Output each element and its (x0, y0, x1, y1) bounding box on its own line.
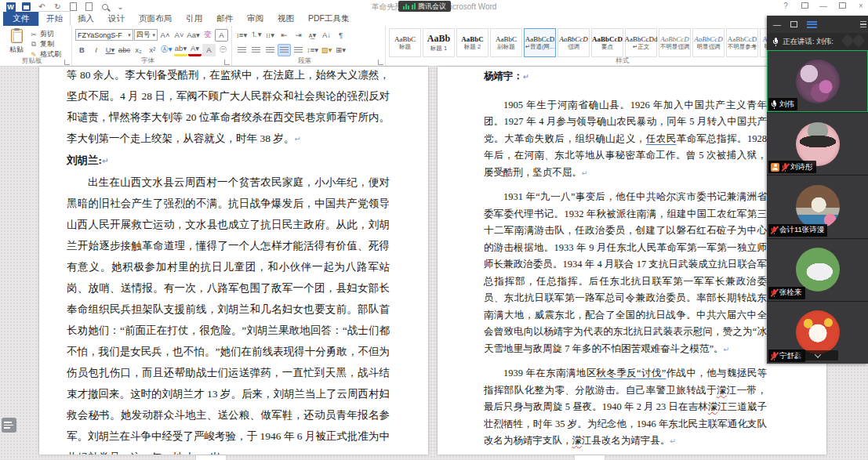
clipboard-group: 粘贴 ✂剪切 ⧉复制 ✎格式刷 剪贴板 (0, 26, 72, 66)
style-item-标题[interactable]: AaBbC标题 (389, 28, 421, 57)
decrease-indent-button[interactable]: ⇤ (278, 29, 291, 42)
tab-引用[interactable]: 引用 (179, 12, 209, 26)
help-button[interactable]: ? (780, 2, 791, 10)
font-size-combo[interactable]: 四号▾ (134, 29, 158, 41)
enclose-characters-button[interactable]: ㊀ (216, 44, 230, 56)
style-preview: AaBbC (394, 35, 416, 43)
tab-页面布局[interactable]: 页面布局 (132, 12, 179, 26)
align-center-button[interactable] (249, 44, 263, 56)
ribbon-display-options-icon (801, 2, 808, 9)
paragraph-dialog-launcher[interactable] (378, 60, 383, 65)
word-logo-button[interactable]: W (5, 2, 16, 12)
tencent-meeting-floating-badge[interactable]: 腾讯会议 (398, 1, 451, 12)
speaker-icon (412, 3, 416, 9)
highlight-button[interactable]: ab▾ (174, 44, 187, 56)
show-marks-button[interactable]: ¶ (334, 29, 347, 42)
shrink-font-button[interactable]: A˅ (173, 29, 186, 42)
style-label: ↵普通(网... (525, 43, 555, 51)
character-border-button[interactable]: A (215, 29, 228, 42)
tab-视图[interactable]: 视图 (271, 12, 301, 26)
underline-button[interactable]: U▾ (104, 44, 117, 56)
tab-插入[interactable]: 插入 (71, 12, 101, 26)
participant-tile-刘诗彤[interactable]: 刘诗彤 (767, 113, 868, 175)
style-item-正文[interactable]: AaBbCcDd↵正文 (625, 28, 657, 57)
participant-tile-张栓来[interactable]: 张栓来 (767, 239, 868, 301)
align-right-button[interactable] (263, 44, 277, 56)
style-item-要点[interactable]: AaBbCcD要点 (591, 28, 623, 57)
tab-文件[interactable]: 文件 (3, 12, 38, 26)
style-item-副标题[interactable]: AaBbC副标题 (490, 28, 522, 57)
style-preview: AaBbC (461, 35, 484, 43)
superscript-button[interactable]: x² (146, 44, 159, 56)
paste-label: 粘贴 (9, 45, 24, 55)
text-effects-button[interactable]: Ⓐ▾ (160, 44, 173, 56)
ribbon: 粘贴 ✂剪切 ⧉复制 ✎格式刷 剪贴板 FZYaSongS-F▾ 四号▾ A˄ … (0, 26, 868, 67)
shading-button[interactable]: ▨▾ (320, 44, 333, 56)
style-item-明显强调[interactable]: AaBbCcD明显强调 (692, 28, 725, 57)
phonetic-guide-button[interactable]: 变 (201, 29, 214, 42)
participant-tile-宁舒蕊[interactable]: 宁舒蕊 (767, 302, 868, 364)
style-item-标题1[interactable]: AaBb标题 1 (423, 28, 455, 57)
restore-button[interactable] (837, 2, 848, 10)
meeting-restore-button[interactable] (790, 21, 797, 27)
sort-button[interactable]: A↓ (320, 29, 333, 42)
participant-tile-刘伟[interactable]: 刘伟 (767, 50, 868, 112)
font-color-button[interactable]: A▾ (188, 44, 202, 56)
tab-邮件[interactable]: 邮件 (209, 12, 240, 26)
participant-nameplate: 张栓来 (768, 287, 805, 299)
save-button[interactable] (20, 2, 32, 12)
align-left-button[interactable] (235, 44, 249, 56)
new-document-button[interactable] (83, 2, 95, 12)
line-spacing-button[interactable]: ↕≡▾ (306, 44, 319, 56)
borders-button[interactable]: ⊞▾ (334, 44, 347, 56)
italic-button[interactable]: I (89, 44, 103, 56)
customize-qat-button[interactable]: ⌄ (114, 2, 126, 12)
tab-开始[interactable]: 开始 (38, 11, 71, 26)
grow-font-button[interactable]: A˄ (158, 29, 172, 42)
font-name-combo[interactable]: FZYaSongS-F▾ (75, 29, 133, 41)
find-button[interactable] (99, 2, 111, 12)
muted-mic-icon (771, 288, 777, 297)
style-item-强调[interactable]: AaBbCcD强调 (557, 28, 590, 57)
speaking-mic-icon (772, 38, 779, 46)
paste-button[interactable]: 粘贴 (3, 27, 30, 57)
meeting-gallery-view-button[interactable] (807, 21, 817, 28)
document-page-1[interactable]: 等 80 余人。李大钊备受酷刑，在监狱中，在法庭上，始终大义凛然，坚贞不屈。4 … (39, 67, 428, 455)
bold-button[interactable]: B (75, 44, 89, 56)
ribbon-display-options-button[interactable] (799, 2, 810, 10)
subscript-button[interactable]: x₂ (132, 44, 145, 56)
style-item-不明显参考[interactable]: AaBbCcD不明显参考 (726, 28, 758, 57)
minimize-button[interactable]: — (818, 2, 829, 10)
copy-button[interactable]: ⧉复制 (30, 39, 61, 49)
distribute-button[interactable] (292, 44, 305, 56)
collapse-tiles-button[interactable] (797, 350, 838, 360)
clipboard-dialog-launcher[interactable] (64, 60, 70, 65)
asian-layout-button[interactable]: ᴀ̲▾ (306, 29, 319, 42)
doc-paragraph: 出生在山西文水县云周西村一个贫苦农民家庭，小小年纪，便对黑暗的旧社会产生了强烈的… (67, 172, 390, 455)
close-button[interactable]: × (855, 2, 866, 10)
meeting-minimize-button[interactable]: — (773, 20, 781, 29)
justify-button[interactable] (278, 44, 291, 56)
style-item-不明显强调[interactable]: AaBbCcD不明显强调 (659, 28, 691, 57)
cut-button[interactable]: ✂剪切 (30, 29, 61, 39)
tab-审阅[interactable]: 审阅 (240, 12, 271, 26)
multilevel-list-button[interactable]: ⁝⁝▾ (263, 29, 277, 42)
font-dialog-launcher[interactable] (224, 60, 230, 65)
style-item-普通(网[interactable]: AaBbCcD↵普通(网... (524, 28, 556, 57)
character-shading-button[interactable]: A (202, 44, 216, 56)
bullets-button[interactable]: ⁝≡▾ (235, 29, 249, 42)
tab-PDF工具集[interactable]: PDF工具集 (301, 12, 357, 26)
increase-indent-button[interactable]: ⇥ (292, 29, 305, 42)
style-preview: AaBbCcDd (625, 35, 658, 43)
doc-paragraph: 等 80 余人。李大钊备受酷刑，在监狱中，在法庭上，始终大义凛然，坚贞不屈。4 … (67, 67, 390, 150)
participant-tile-会计11张诗漫[interactable]: 会计11张诗漫 (767, 176, 868, 237)
floating-list-button[interactable] (2, 418, 16, 433)
strikethrough-button[interactable]: abc (118, 44, 131, 56)
style-item-标题2[interactable]: AaBbC标题 2 (456, 28, 488, 57)
tab-设计[interactable]: 设计 (101, 12, 132, 26)
speaking-text: 正在讲话: 刘伟: (783, 37, 833, 47)
meeting-menu-icon[interactable] (860, 21, 866, 28)
meeting-panel-header: — (767, 16, 868, 33)
change-case-button[interactable]: Aa▾ (187, 29, 200, 42)
numbering-button[interactable]: ⒈▾ (249, 29, 263, 42)
